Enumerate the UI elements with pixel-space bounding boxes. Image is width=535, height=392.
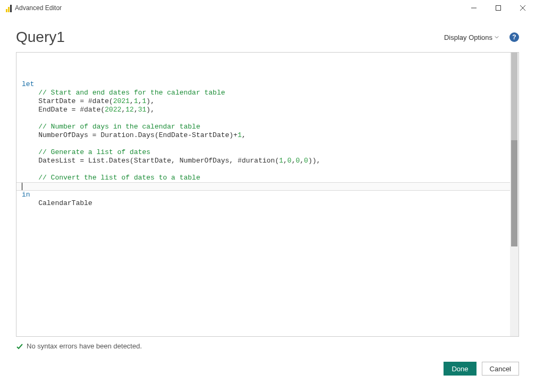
chevron-down-icon bbox=[495, 35, 499, 39]
check-icon bbox=[16, 343, 23, 350]
code-line[interactable]: CalendarTable bbox=[22, 199, 505, 208]
maximize-button[interactable] bbox=[486, 0, 511, 16]
app-icon bbox=[3, 4, 12, 12]
code-line[interactable]: let bbox=[22, 80, 505, 89]
window-title: Advanced Editor bbox=[15, 4, 62, 12]
display-options-label: Display Options bbox=[444, 33, 492, 41]
code-line[interactable]: // Generate a list of dates bbox=[22, 148, 505, 157]
code-editor[interactable]: let // Start and end dates for the calen… bbox=[16, 52, 519, 337]
vertical-scrollbar[interactable] bbox=[510, 53, 519, 336]
page-title: Query1 bbox=[16, 29, 65, 46]
status-message: No syntax errors have been detected. bbox=[27, 342, 142, 350]
help-icon[interactable]: ? bbox=[509, 32, 519, 42]
code-line[interactable]: CalendarTable = Table.FromList(DatesList… bbox=[22, 182, 505, 191]
code-area[interactable]: let // Start and end dates for the calen… bbox=[16, 53, 510, 336]
minimize-button[interactable] bbox=[462, 0, 486, 16]
code-line[interactable] bbox=[22, 140, 505, 148]
code-line[interactable]: NumberOfDays = Duration.Days(EndDate-Sta… bbox=[22, 131, 505, 140]
code-line[interactable]: EndDate = #date(2022,12,31), bbox=[22, 106, 505, 114]
display-options-dropdown[interactable]: Display Options bbox=[443, 31, 500, 44]
code-line[interactable] bbox=[22, 114, 505, 123]
footer: Done Cancel bbox=[0, 350, 535, 376]
text-caret bbox=[22, 183, 22, 190]
code-line[interactable]: // Start and end dates for the calendar … bbox=[22, 89, 505, 97]
code-line[interactable] bbox=[22, 165, 505, 174]
cancel-button[interactable]: Cancel bbox=[482, 362, 519, 376]
code-line[interactable]: // Convert the list of dates to a table bbox=[22, 174, 505, 182]
close-button[interactable] bbox=[511, 0, 535, 16]
done-button[interactable]: Done bbox=[444, 362, 476, 376]
scrollbar-thumb-upper[interactable] bbox=[511, 53, 517, 140]
code-line[interactable]: DatesList = List.Dates(StartDate, Number… bbox=[22, 157, 505, 165]
svg-rect-1 bbox=[496, 6, 501, 11]
code-line[interactable]: // Number of days in the calendar table bbox=[22, 123, 505, 131]
status-bar: No syntax errors have been detected. bbox=[0, 337, 535, 350]
code-line[interactable]: in bbox=[22, 191, 505, 199]
titlebar: Advanced Editor bbox=[0, 0, 535, 16]
code-line[interactable]: StartDate = #date(2021,1,1), bbox=[22, 97, 505, 106]
header: Query1 Display Options ? bbox=[0, 16, 535, 52]
scrollbar-thumb-lower[interactable] bbox=[511, 140, 517, 246]
